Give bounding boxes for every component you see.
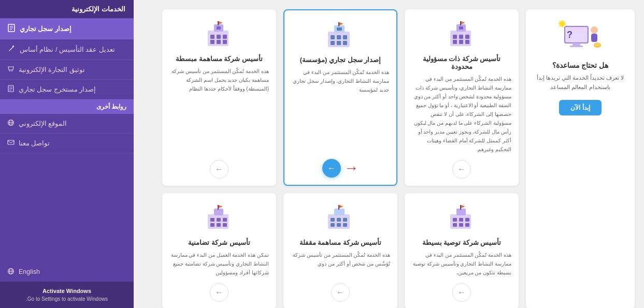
card-closed-shareholding-title: تأسيس شركة مساهمة مقفلة	[291, 239, 390, 246]
svg-rect-44	[337, 35, 341, 39]
extract-register-icon	[7, 85, 15, 94]
svg-rect-47	[337, 41, 341, 45]
activate-title: Activate Windows	[7, 287, 126, 296]
svg-rect-50	[337, 27, 342, 31]
sidebar-item-extract-register[interactable]: إصدار مستخرج سجل تجاري	[0, 80, 134, 99]
card-recommendation-desc: هذه الخدمة تُمكّن المستثمر من البدء في م…	[412, 251, 511, 277]
card-simple-shareholding-icon	[201, 19, 237, 50]
svg-rect-58	[217, 40, 221, 44]
help-box: ? هل تحتاج مساعدة؟ لا تعرف تحديداً الخدم	[526, 9, 635, 308]
sidebar-item-contact[interactable]: تواصل معنا	[0, 134, 134, 153]
sidebar-language[interactable]: English	[0, 262, 134, 282]
svg-point-25	[594, 42, 601, 47]
svg-rect-39	[459, 26, 463, 30]
card-recommendation: تأسيس شركة توصية بسيطة هذه الخدمة تُمكّن…	[405, 193, 519, 308]
svg-marker-73	[461, 205, 465, 208]
svg-rect-76	[337, 218, 341, 222]
svg-rect-68	[453, 223, 457, 227]
svg-rect-40	[460, 21, 461, 25]
card-limited-title: تأسيس شركة ذات مسؤولية محدودة	[412, 55, 511, 70]
svg-rect-72	[460, 205, 461, 210]
svg-rect-86	[217, 218, 221, 222]
card-limited-arrow-btn[interactable]: ←	[452, 160, 471, 179]
card-closed-shareholding-icon	[322, 202, 359, 233]
svg-rect-56	[223, 35, 227, 39]
svg-rect-82	[338, 205, 339, 210]
cards-row-1: تأسيس شركة ذات مسؤولية محدودة هذه الخدمة…	[143, 9, 519, 186]
help-button[interactable]: إبدأ الآن	[559, 100, 601, 115]
card-issue-register-desc: هذه الخدمة تُمكّن المستثمر من البدء في م…	[292, 68, 389, 146]
card-recommendation-icon	[443, 202, 480, 233]
website-icon	[7, 119, 15, 128]
svg-rect-23	[591, 34, 597, 42]
svg-rect-65	[453, 218, 457, 222]
svg-marker-93	[219, 205, 223, 208]
card-solidarity: تأسيس شركة تضامنية تمكن هذه الخدمة العمي…	[162, 193, 276, 308]
svg-rect-90	[223, 223, 227, 227]
card-limited-icon	[443, 19, 480, 50]
card-issue-register-arrow-btn[interactable]: ←	[322, 159, 341, 178]
other-links-label: روابط أخرى	[0, 99, 134, 114]
card-simple-shareholding-arrow-btn[interactable]: ←	[210, 160, 228, 179]
sidebar-item-commercial-register[interactable]: إصدار سجل تجاري	[0, 19, 134, 39]
content-area: ? هل تحتاج مساعدة؟ لا تعرف تحديداً الخدم	[143, 9, 635, 308]
card-simple-shareholding-title: تأسيس شركة مساهمة مبسطة	[169, 55, 269, 63]
svg-rect-78	[331, 223, 335, 227]
svg-rect-77	[343, 218, 347, 222]
card-recommendation-title: تأسيس شركة توصية بسيطة	[412, 239, 511, 246]
card-solidarity-title: تأسيس شركة تضامنية	[169, 239, 269, 246]
globe-icon	[7, 268, 15, 276]
card-recommendation-btn-area: ←	[412, 283, 511, 302]
ecommerce-icon	[7, 65, 15, 74]
card-closed-shareholding-desc: هذه الخدمة تُمكّن المستثمر من تأسيس شركة…	[291, 251, 390, 277]
svg-rect-87	[223, 218, 227, 222]
svg-rect-55	[217, 35, 221, 39]
card-recommendation-arrow-btn[interactable]: ←	[452, 283, 471, 302]
svg-rect-85	[210, 218, 214, 222]
svg-rect-51	[338, 22, 339, 26]
svg-rect-66	[459, 218, 463, 222]
svg-rect-46	[331, 41, 335, 45]
sidebar-label-edit-contract: تعديل عقد التأسيس / نظام أساس	[20, 46, 115, 53]
commercial-register-icon	[7, 24, 16, 34]
svg-marker-63	[219, 21, 223, 24]
svg-rect-34	[465, 35, 469, 39]
svg-rect-80	[343, 223, 347, 227]
svg-rect-59	[223, 40, 227, 44]
svg-marker-52	[339, 22, 344, 25]
cards-row-2: تأسيس شركة توصية بسيطة هذه الخدمة تُمكّن…	[143, 193, 519, 308]
svg-rect-62	[218, 21, 219, 25]
sidebar-item-ecommerce[interactable]: توثيق التجارة الإلكترونية	[0, 60, 134, 80]
card-limited: تأسيس شركة ذات مسؤولية محدودة هذه الخدمة…	[405, 9, 519, 186]
red-arrow-icon: →	[344, 160, 359, 177]
card-issue-register: إصدار سجل تجاري (مؤسسة) هذه الخدمة تُمكّ…	[283, 9, 397, 186]
svg-rect-61	[217, 26, 221, 30]
card-solidarity-desc: تمكن هذه الخدمة العميل من البدء في ممارس…	[169, 251, 269, 277]
svg-rect-67	[465, 218, 469, 222]
sidebar-item-edit-contract[interactable]: تعديل عقد التأسيس / نظام أساس	[0, 39, 134, 60]
card-issue-register-btn-area: → ←	[292, 153, 389, 178]
card-issue-register-icon	[322, 20, 359, 51]
card-solidarity-arrow-btn[interactable]: ←	[210, 283, 228, 302]
svg-text:?: ?	[567, 30, 573, 40]
edit-contract-icon	[7, 45, 16, 54]
svg-rect-57	[210, 40, 214, 44]
sidebar-label-contact: تواصل معنا	[19, 139, 50, 147]
help-desc: لا تعرف تحديداً الخدمة التي تريدها إبدأ …	[534, 74, 626, 92]
card-simple-shareholding: تأسيس شركة مساهمة مبسطة هذه الخدمة تُمكّ…	[162, 9, 276, 186]
sidebar-item-website[interactable]: الموقع الإلكتروني	[0, 114, 134, 134]
sidebar: الخدمات الإلكترونية إصدار سجل تجاري تعدي…	[0, 0, 134, 308]
svg-rect-48	[343, 41, 347, 45]
svg-point-6	[11, 70, 12, 71]
svg-rect-20	[570, 46, 583, 47]
svg-point-22	[591, 26, 598, 34]
svg-marker-83	[339, 205, 344, 208]
svg-marker-41	[461, 21, 465, 24]
card-closed-shareholding: تأسيس شركة مساهمة مقفلة هذه الخدمة تُمكّ…	[283, 193, 397, 308]
svg-rect-33	[459, 35, 463, 39]
svg-rect-88	[210, 223, 214, 227]
arrow-cursor-indicator: → ←	[322, 159, 359, 178]
contact-icon	[7, 139, 15, 148]
svg-rect-32	[453, 35, 457, 39]
card-closed-shareholding-arrow-btn[interactable]: ←	[331, 283, 350, 302]
